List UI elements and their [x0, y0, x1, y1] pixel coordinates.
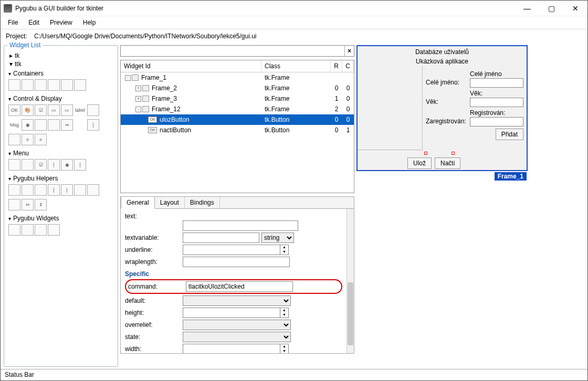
- col-widget-id[interactable]: Widget Id: [121, 60, 261, 72]
- widget-tool[interactable]: [74, 184, 86, 196]
- minimize-button[interactable]: —: [515, 1, 539, 16]
- widget-tool-label[interactable]: label: [74, 104, 86, 116]
- tab-bindings[interactable]: Bindings: [185, 197, 220, 208]
- ttk-node[interactable]: ▾ttk: [8, 60, 113, 68]
- menu-edit[interactable]: Edit: [24, 17, 44, 28]
- props-scrollbar[interactable]: [346, 209, 354, 353]
- input-width[interactable]: [183, 344, 280, 353]
- widget-tool[interactable]: ⇔: [22, 199, 34, 210]
- widget-tool[interactable]: [22, 184, 34, 196]
- widget-tool[interactable]: [22, 79, 34, 91]
- widget-tool[interactable]: [35, 119, 47, 131]
- tree-row-c: 1: [342, 126, 354, 134]
- widget-tool[interactable]: [8, 199, 20, 210]
- select-default[interactable]: [183, 295, 291, 306]
- widget-tool[interactable]: [48, 79, 60, 91]
- maximize-button[interactable]: ▢: [539, 1, 563, 16]
- widget-tool[interactable]: [35, 184, 47, 196]
- widget-tool[interactable]: ⇔: [61, 119, 73, 131]
- input-reg[interactable]: [470, 117, 523, 126]
- widget-tool[interactable]: |: [87, 119, 99, 131]
- widget-tool[interactable]: [8, 79, 20, 91]
- input-command[interactable]: [186, 281, 293, 292]
- widget-tool[interactable]: [48, 224, 60, 236]
- widget-tool[interactable]: ⇕: [35, 199, 47, 210]
- widget-tool-msg[interactable]: Msg: [8, 119, 20, 131]
- widget-tool[interactable]: ▭: [61, 104, 73, 116]
- save-button[interactable]: Ulož: [407, 157, 432, 169]
- select-state[interactable]: [183, 332, 291, 342]
- widget-tool[interactable]: ≡: [22, 134, 34, 145]
- widget-tool[interactable]: [35, 224, 47, 236]
- widget-tool[interactable]: [22, 159, 34, 171]
- widget-tool[interactable]: [87, 104, 99, 116]
- select-overrelief[interactable]: [183, 320, 291, 330]
- input-age[interactable]: [470, 98, 523, 107]
- input-height[interactable]: [183, 308, 280, 318]
- widget-tool[interactable]: ☑: [35, 104, 47, 116]
- widget-tool[interactable]: ☑: [35, 159, 47, 171]
- spin-width[interactable]: ▲▼: [280, 344, 289, 353]
- section-pw-header[interactable]: Pygubu Widgets: [8, 214, 113, 223]
- input-name[interactable]: [470, 78, 523, 88]
- section-menu-header[interactable]: Menu: [8, 149, 113, 158]
- props-body: text: textvariable: string underline: ▲▼…: [121, 209, 354, 353]
- close-button[interactable]: ✕: [563, 1, 587, 16]
- input-textvariable[interactable]: [183, 232, 259, 243]
- col-r[interactable]: R: [331, 60, 342, 72]
- preview-canvas[interactable]: Databáze uživatelů Ukázková aplikace Cel…: [356, 45, 528, 171]
- input-wraplength[interactable]: [183, 257, 290, 267]
- tk-node[interactable]: ▸tk: [8, 52, 113, 59]
- expand-icon[interactable]: -: [125, 75, 131, 81]
- widget-tool[interactable]: |: [48, 159, 60, 171]
- widget-tool[interactable]: [8, 159, 20, 171]
- search-clear-icon[interactable]: ×: [344, 46, 354, 56]
- widget-tool[interactable]: |: [48, 184, 60, 196]
- widget-tool[interactable]: [74, 79, 86, 91]
- widget-tool[interactable]: ◉: [22, 119, 34, 131]
- tree-row[interactable]: -Frame_12tk.Frame20: [121, 104, 354, 114]
- expand-icon[interactable]: -: [135, 107, 141, 112]
- section-control-header[interactable]: Control & Display: [8, 94, 113, 103]
- widget-tool[interactable]: ▭: [48, 104, 60, 116]
- widget-tool[interactable]: [22, 224, 34, 236]
- menu-preview[interactable]: Preview: [46, 17, 77, 28]
- tree-row[interactable]: OKulozButtontk.Button00: [121, 114, 354, 125]
- widget-tool[interactable]: ≡: [35, 134, 47, 145]
- search-input[interactable]: [121, 46, 344, 56]
- section-helpers-header[interactable]: Pygubu Helpers: [8, 174, 113, 183]
- widget-tool[interactable]: [35, 79, 47, 91]
- menu-file[interactable]: File: [4, 17, 22, 28]
- col-class[interactable]: Class: [261, 60, 331, 72]
- widget-tool[interactable]: 🎨: [22, 104, 34, 116]
- tab-layout[interactable]: Layout: [155, 197, 185, 208]
- tree-row[interactable]: -Frame_1tk.Frame: [121, 72, 354, 83]
- menu-help[interactable]: Help: [79, 17, 100, 28]
- widget-tool[interactable]: [87, 184, 99, 196]
- expand-icon[interactable]: +: [135, 96, 141, 102]
- input-underline[interactable]: [183, 245, 280, 255]
- expand-icon[interactable]: +: [135, 86, 141, 91]
- widget-tool[interactable]: OK: [8, 104, 20, 116]
- tree-row[interactable]: +Frame_3tk.Frame10: [121, 93, 354, 104]
- widget-tool[interactable]: ◉: [61, 159, 73, 171]
- tree-row[interactable]: +Frame_2tk.Frame00: [121, 83, 354, 93]
- tree-row[interactable]: OKnactiButtontk.Button01: [121, 125, 354, 135]
- widget-tool[interactable]: [61, 79, 73, 91]
- section-containers-header[interactable]: Containers: [8, 69, 113, 78]
- add-button[interactable]: Přidat: [496, 129, 523, 140]
- spin-underline[interactable]: ▲▼: [280, 245, 289, 255]
- widget-tool[interactable]: [48, 119, 60, 131]
- select-textvariable-type[interactable]: string: [261, 232, 294, 243]
- widget-tool[interactable]: [8, 134, 20, 145]
- widget-tool[interactable]: [8, 184, 20, 196]
- tree-row-class: tk.Frame: [261, 84, 331, 92]
- widget-tool[interactable]: |: [74, 159, 86, 171]
- tab-general[interactable]: General: [121, 196, 155, 209]
- spin-height[interactable]: ▲▼: [280, 308, 289, 318]
- load-button[interactable]: Načti: [435, 157, 460, 169]
- widget-tool[interactable]: [8, 224, 20, 236]
- col-c[interactable]: C: [342, 60, 354, 72]
- input-text[interactable]: [183, 220, 298, 231]
- widget-tool[interactable]: |: [61, 184, 73, 196]
